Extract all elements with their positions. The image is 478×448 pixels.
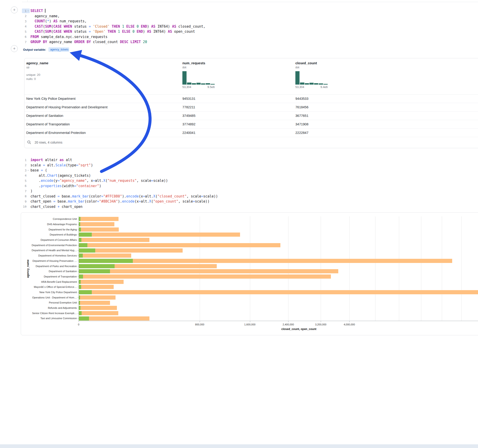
bar-open_count [79,249,95,253]
code-line[interactable]: 2scale = alt.Scale(type="sqrt") [22,163,218,168]
code-line[interactable]: 6 .properties(width="container") [22,183,218,189]
output-variable-pill[interactable]: agency_tickets [48,47,69,52]
line-number: 4 [22,174,26,177]
table-body: New York City Police Department945313194… [25,94,478,137]
chart-card: agency_name Correspondence UnitDHS Advan… [21,212,478,335]
histogram-range: 53,304 9.4e6 [295,86,328,89]
code-line[interactable]: 6FROM sample_data.nyc.service_requests [22,34,205,40]
bar-open_count [79,269,110,273]
line-number: 5 [22,179,26,182]
column-name: num_requests [182,61,215,65]
code-line[interactable]: 5 .encode(y="agency_name", x=alt.X("num_… [22,178,218,183]
bar-closed_count [79,232,240,237]
bar-open_count [79,232,92,237]
code-text: chart_open = base.mark_bar(color="#8BC34… [31,199,210,204]
column-histogram [295,71,328,85]
table-row[interactable]: Department of Housing Preservation and D… [25,103,478,112]
bar-open_count [79,243,87,247]
code-text: ) [31,189,32,193]
bar-closed_count [79,222,114,226]
column-header-num-requests[interactable]: num_requests i64 53,304 9.5e6 [182,61,215,89]
bar-closed_count [79,290,478,294]
bar-closed_count [79,295,115,300]
table-cell: 7618456 [295,105,308,109]
x-axis-tick-label: 2,400,000 [283,323,294,326]
y-axis-tick-label: Senior Citizen Rent Increase Exempti… [29,311,77,316]
column-header-agency-name[interactable]: agency_name str unique: 20 nulls: 0 [26,61,48,81]
code-line[interactable]: 4 CAST(SUM(CASE WHEN status = 'Closed' T… [22,24,205,29]
code-line[interactable]: 4 alt.Chart(agency_tickets) [22,173,218,178]
line-number: 1 [22,9,26,13]
chart-y-axis-labels: Correspondence UnitDHS Advantage Program… [29,216,77,321]
column-header-closed-count[interactable]: closed_count i64 53,304 9.4e6 [295,61,328,89]
y-axis-tick-label: Department of Homeless Services [29,253,77,258]
histogram-bar [295,71,300,85]
fold-chevron-icon[interactable]: ▾ [26,169,30,171]
bar-open_count [79,306,81,310]
line-number: 7 [22,189,26,193]
line-gutter: 6 [22,184,30,188]
code-line[interactable]: 7GROUP BY agency_name ORDER BY closed_co… [22,39,205,45]
line-gutter: 9 [22,199,30,204]
search-icon[interactable] [27,140,31,144]
output-variable-row: Output variable: agency_tickets [23,47,69,52]
code-line[interactable]: 3 COUNT(*) AS num_requests, [22,19,205,24]
code-line[interactable]: 1import altair as alt [22,157,218,163]
x-gridline [375,216,375,321]
y-axis-tick-label: Department of Consumer Affairs [29,237,77,243]
x-axis-tick-label: 1,600,000 [244,323,256,326]
code-line[interactable]: 7) [22,188,218,194]
line-gutter: 2 [22,163,30,168]
code-line[interactable]: 8chart_closed = base.mark_bar(color="#FF… [22,194,218,199]
bar-closed_count [79,301,110,305]
code-line[interactable]: 1▾SELECT [22,8,205,14]
cell-divider [22,2,478,2]
bar-closed_count [79,217,119,221]
y-axis-tick-label: Department for the Aging [29,227,77,232]
sql-code-editor[interactable]: 1▾SELECT 2 agency_name,3 COUNT(*) AS num… [22,8,205,45]
line-number: 8 [22,194,26,198]
histogram-bar [305,83,309,85]
code-line[interactable]: 10chart_closed + chart_open [22,204,218,210]
code-text: FROM sample_data.nyc.service_requests [31,35,107,39]
line-gutter: 7 [22,40,30,44]
output-variable-label: Output variable: [23,48,46,51]
y-axis-tick-label: HRA Benefit Card Replacement [29,279,77,284]
x-axis-tick [79,321,79,322]
x-gridline [250,216,250,321]
python-code-editor[interactable]: 1import altair as alt2scale = alt.Scale(… [22,157,218,209]
histogram-min: 53,304 [295,86,304,89]
code-line[interactable]: 9chart_open = base.mark_bar(color="#8BC3… [22,199,218,204]
add-cell-button-top[interactable]: + [11,6,18,13]
y-axis-tick-label: Taxi and Limousine Commission [29,316,77,321]
table-row[interactable]: Department of Transportation377489234719… [25,120,478,129]
next-cell-strip[interactable] [0,444,478,448]
bar-open_count [79,290,92,294]
fold-chevron-icon[interactable]: ▾ [26,10,30,12]
dataframe-preview-card: agency_name str unique: 20 nulls: 0 num_… [24,58,478,148]
y-axis-tick-label: Refunds and Adjustments [29,305,77,311]
y-axis-tick-label: Operations Unit - Department of Hom… [29,295,77,300]
x-axis-tick [349,321,350,322]
code-line[interactable]: 3▾base = ( [22,168,218,173]
y-axis-tick-label: Department of Housing Preservation … [29,258,77,264]
column-stat-nulls: nulls: 0 [26,77,48,81]
bar-open_count [79,254,83,258]
table-row[interactable]: Department of Environmental Protection22… [25,129,478,137]
table-cell: 2222847 [295,131,308,135]
add-cell-button-middle[interactable]: + [11,45,18,52]
bar-open_count [79,227,81,232]
code-line[interactable]: 5 CAST(SUM(CASE WHEN status = 'Open' THE… [22,29,205,34]
line-number: 2 [22,14,26,18]
bar-open_count [79,238,82,242]
line-gutter: 2 [22,14,30,19]
table-row[interactable]: Department of Sanitation37494853677651 [25,112,478,120]
histogram-max: 9.4e6 [321,86,328,89]
table-row[interactable]: New York City Police Department945313194… [25,94,478,103]
x-gridline [321,216,321,321]
y-axis-tick-label: New York City Police Department [29,290,77,295]
line-gutter: 7 [22,189,30,193]
table-cell: 3677651 [295,114,308,118]
table-cell: 3749485 [182,114,195,118]
code-line[interactable]: 2 agency_name, [22,14,205,19]
